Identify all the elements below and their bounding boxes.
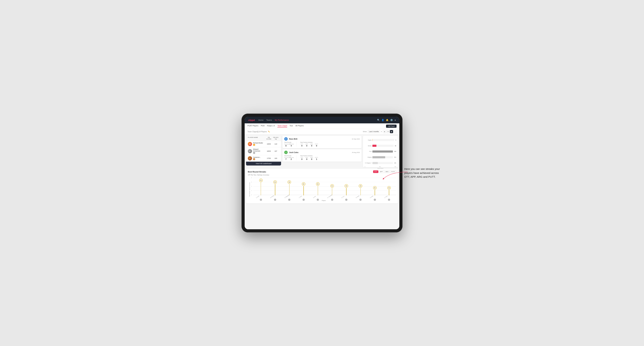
bar-fill xyxy=(372,156,385,158)
practice-value-1: 4 xyxy=(290,145,293,147)
list-view-btn[interactable]: ☰ xyxy=(386,130,390,133)
lollipop-stem xyxy=(389,190,389,195)
lollipop-bubble: 7x xyxy=(259,178,263,182)
leaderboard-row-3[interactable]: C Cameron... 3 17/20 103 xyxy=(246,155,281,162)
bar-container xyxy=(372,151,393,153)
lollipop-player: 7xE. Ewert xyxy=(254,177,267,195)
period-select[interactable]: Last 3 months xyxy=(368,130,380,133)
logo: clippd xyxy=(248,119,255,121)
lollipop-player-name: M. Maher xyxy=(356,195,360,198)
col-player-name: PLAYER NAME xyxy=(248,137,265,140)
user-icon[interactable]: 👤 xyxy=(382,119,384,121)
player-score-1: 19/20 xyxy=(265,143,272,145)
bar-row: D. Bogeys + 131 xyxy=(365,162,396,164)
col-pb-avg: PB AVG SQ xyxy=(272,137,279,140)
avatar-icon[interactable]: ● xyxy=(394,119,396,121)
sub-nav-tour[interactable]: Tour xyxy=(290,125,293,127)
leaderboard-row-1[interactable]: RB Richard Butler 1 19/20 110 xyxy=(246,141,281,147)
lollipop-stem xyxy=(346,188,346,195)
app-value-2: 0 xyxy=(305,158,308,160)
bar-fill xyxy=(372,151,393,153)
leaderboard-row-2[interactable]: EC Edward Crossman 2 18/20 107 xyxy=(246,147,281,155)
sub-nav-pga[interactable]: PGA xyxy=(261,125,264,127)
arg-label-1: ARG xyxy=(310,144,314,145)
y-axis-container: Best Streak, Fairway Accuracy xyxy=(248,177,251,202)
lollipop-player: 4xM. Maher xyxy=(354,177,367,195)
arg-value-1: 0 xyxy=(310,145,314,147)
bar-value: 131 xyxy=(394,162,396,164)
lollipop-player-name: B. McHeg xyxy=(270,195,274,198)
arg-value-2: 0 xyxy=(310,158,314,160)
practice-label-2: Practice xyxy=(290,157,293,158)
edit-team-icon[interactable]: ✏️ xyxy=(268,131,270,133)
arg-label-2: ARG xyxy=(310,157,314,158)
rank-badge-1: 1 xyxy=(253,144,255,146)
bar-container xyxy=(372,145,394,147)
card-player-name-1: Rees Britt xyxy=(289,138,350,140)
bar-value: 311 xyxy=(394,157,396,158)
tournament-label-2: Tournament xyxy=(284,157,288,158)
player-name-2: Edward Crossman xyxy=(253,148,265,152)
bar-fill xyxy=(372,162,378,164)
app-value-1: 0 xyxy=(305,145,308,147)
chart-panel: Eagles 3 Birdies 96 Pars 499 Bogeys 311 xyxy=(363,136,398,167)
nav-home[interactable]: Home xyxy=(258,119,264,121)
avatar-1: RB xyxy=(248,142,252,146)
bar-row: Pars 499 xyxy=(365,151,396,153)
ott-value-1: 0 xyxy=(300,145,304,147)
lollipop-player-name: D. Ford xyxy=(341,195,344,198)
nav-my-performance[interactable]: My Performance xyxy=(275,119,289,121)
team-header: Team Clippd | 14 Players ✏️ Show Last 3 … xyxy=(245,129,399,134)
bar-fill xyxy=(372,145,376,147)
sub-nav-pgat[interactable]: PGAT Players xyxy=(248,125,258,127)
left-panel: PLAYER NAME PB SCORE PB AVG SQ RB Richar… xyxy=(246,136,281,167)
player-card-rees-britt: R Rees Britt 02 Sep 2023 Total Rounds To… xyxy=(282,136,362,148)
lollipop-stem xyxy=(375,190,375,195)
lollipop-stem xyxy=(289,184,290,195)
stat-label-total-rounds-2: Total Rounds xyxy=(284,155,293,156)
player-info-1: RB Richard Butler 1 xyxy=(248,142,265,146)
ott-label-2: OTT xyxy=(300,157,304,158)
bell-icon[interactable]: 🔔 xyxy=(386,119,388,121)
lollipop-stem xyxy=(360,188,361,195)
annotation-text: Here you can see streaks your players ha… xyxy=(404,167,441,179)
ott-value-2: 0 xyxy=(300,158,304,160)
stat-group-practice-1: Total Practice Activities OTT APP ARG PU… xyxy=(300,142,318,147)
search-icon[interactable]: 🔍 xyxy=(377,119,380,121)
view-icons: ⊞ ☰ ▦ ↑ xyxy=(383,130,396,133)
settings-icon[interactable]: ⚙️ xyxy=(390,119,393,121)
nav-teams[interactable]: Teams xyxy=(266,119,272,121)
nav-links: Home Teams My Performance xyxy=(258,119,377,121)
col-pb-score: PB SCORE xyxy=(265,137,272,140)
lollipop-stem xyxy=(318,186,318,195)
lollipop-stem xyxy=(275,184,275,195)
lollipop-player: 4xD. Ford xyxy=(340,177,352,195)
sub-nav-hcaps[interactable]: Hcaps 1-5 xyxy=(267,125,275,127)
grid-view-btn[interactable]: ⊞ xyxy=(383,130,386,133)
sub-nav-team-clippd[interactable]: Team Clippd xyxy=(278,125,287,127)
card-header-2: J Josh Coles 26 Aug 2023 xyxy=(284,151,360,154)
stat-group-rounds-2: Total Rounds Tournament Practice 7 2 xyxy=(284,155,293,160)
player-score-2: 18/20 xyxy=(265,150,272,152)
lollipop-stem xyxy=(304,186,304,195)
lollipop-bubble: 3x xyxy=(387,186,391,190)
lollipop-player-name: E. Ewert xyxy=(256,195,259,198)
player-info-2: EC Edward Crossman 2 xyxy=(248,148,265,154)
lollipop-bubble: 5x xyxy=(316,182,320,186)
lollipop-stem xyxy=(332,188,332,195)
sub-nav-all-players[interactable]: All Players xyxy=(296,125,304,127)
avatar-2: EC xyxy=(248,149,252,153)
lollipop-player-name: D. Billingham xyxy=(284,194,290,198)
bar-container xyxy=(372,156,393,158)
bar-label: Bogeys xyxy=(365,157,372,158)
lollipop-player: 5xJ. Coles xyxy=(297,177,310,195)
card-view-btn[interactable]: ▦ xyxy=(390,130,393,133)
period-dropdown-icon[interactable]: ▾ xyxy=(381,131,382,133)
leaderboard-header: PLAYER NAME PB SCORE PB AVG SQ xyxy=(246,136,281,141)
view-leaderboard-button[interactable]: View Full Leaderboard xyxy=(246,162,281,166)
card-stats-1: Total Rounds Tournament Practice 8 4 xyxy=(284,142,360,147)
add-team-button[interactable]: Add Team xyxy=(386,125,396,128)
card-header-1: R Rees Britt 02 Sep 2023 xyxy=(284,137,360,141)
export-btn[interactable]: ↑ xyxy=(394,130,396,133)
bar-label: D. Bogeys + xyxy=(365,162,372,164)
